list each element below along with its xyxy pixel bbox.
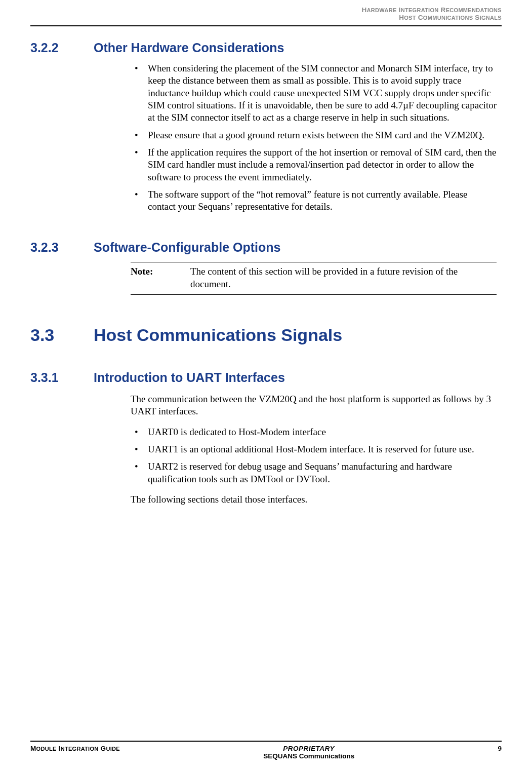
heading-num: 3.2.2 <box>30 41 94 55</box>
heading-title: Introduction to UART Interfaces <box>94 370 285 385</box>
header-line-1: HARDWARE INTEGRATION RECOMMENDATIONS <box>30 6 502 14</box>
hdr2-c: C <box>416 14 423 21</box>
note-block: Note: The content of this section will b… <box>131 262 497 295</box>
page-footer: MODULE INTEGRATION GUIDE PROPRIETARY SEQ… <box>30 741 502 760</box>
hdr1-a: H <box>362 6 367 14</box>
hdr1-c: I <box>397 6 401 14</box>
hdr2-d: OMMUNICATIONS <box>423 15 473 21</box>
footer-left: MODULE INTEGRATION GUIDE <box>30 745 120 760</box>
heading-title: Other Hardware Considerations <box>94 41 284 55</box>
page-header: HARDWARE INTEGRATION RECOMMENDATIONS HOS… <box>30 0 502 21</box>
hdr1-b: ARDWARE <box>367 7 397 13</box>
footer-company: SEQUANS Communications <box>120 752 498 760</box>
ftl-a: M <box>30 745 36 752</box>
hdr2-b: OST <box>404 15 416 21</box>
list-item: Please ensure that a good ground return … <box>131 129 497 141</box>
hdr2-f: IGNALS <box>480 15 502 21</box>
bullet-list-3-2-2: When considering the placement of the SI… <box>131 62 497 213</box>
heading-3-2-2: 3.2.2 Other Hardware Considerations <box>30 41 502 55</box>
ftl-f: UIDE <box>106 746 119 752</box>
footer-page-number: 9 <box>498 745 502 760</box>
hdr1-e: R <box>439 6 446 14</box>
heading-num: 3.2.3 <box>30 240 94 255</box>
bullet-list-3-3-1: UART0 is dedicated to Host-Modem interfa… <box>131 426 497 485</box>
heading-title: Host Communications Signals <box>94 325 342 345</box>
page: HARDWARE INTEGRATION RECOMMENDATIONS HOS… <box>0 0 532 769</box>
list-item: UART1 is an optional additional Host-Mod… <box>131 443 497 455</box>
heading-title: Software-Configurable Options <box>94 240 280 255</box>
heading-3-3: 3.3 Host Communications Signals <box>30 325 502 345</box>
ftl-b: ODULE <box>36 746 57 752</box>
list-item: The software support of the “hot removal… <box>131 188 497 213</box>
note-label: Note: <box>131 265 190 290</box>
note-text: The content of this section will be prov… <box>190 265 497 290</box>
hdr2-e: S <box>473 14 479 21</box>
footer-center: PROPRIETARY SEQUANS Communications <box>120 745 498 760</box>
heading-3-3-1: 3.3.1 Introduction to UART Interfaces <box>30 370 502 385</box>
heading-num: 3.3 <box>30 325 94 345</box>
ftl-c: I <box>57 745 61 752</box>
hdr1-d: NTEGRATION <box>401 7 439 13</box>
heading-3-2-3: 3.2.3 Software-Configurable Options <box>30 240 502 255</box>
header-line-2: HOST COMMUNICATIONS SIGNALS <box>30 14 502 21</box>
list-item: If the application requires the support … <box>131 146 497 183</box>
hdr2-a: H <box>399 14 404 21</box>
list-item: When considering the placement of the SI… <box>131 62 497 124</box>
list-item: UART2 is reserved for debug usage and Se… <box>131 460 497 485</box>
ftl-e: G <box>99 745 106 752</box>
footer-row: MODULE INTEGRATION GUIDE PROPRIETARY SEQ… <box>30 745 502 760</box>
list-item: UART0 is dedicated to Host-Modem interfa… <box>131 426 497 438</box>
footer-rule <box>30 741 502 742</box>
paragraph: The following sections detail those inte… <box>131 493 497 506</box>
content: 3.2.2 Other Hardware Considerations When… <box>30 26 502 506</box>
sec-3-2-2-body: When considering the placement of the SI… <box>131 62 497 213</box>
paragraph: The communication between the VZM20Q and… <box>131 393 497 418</box>
hdr1-f: ECOMMENDATIONS <box>446 7 502 13</box>
sec-3-2-3-body: Note: The content of this section will b… <box>131 262 497 295</box>
footer-proprietary: PROPRIETARY <box>120 745 498 752</box>
sec-3-3-1-body: The communication between the VZM20Q and… <box>131 393 497 506</box>
heading-num: 3.3.1 <box>30 370 94 385</box>
ftl-d: NTEGRATION <box>61 746 99 752</box>
